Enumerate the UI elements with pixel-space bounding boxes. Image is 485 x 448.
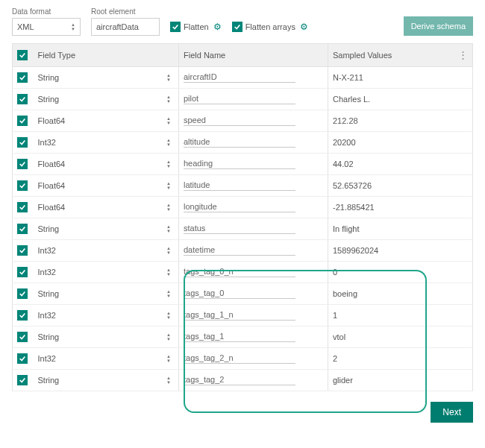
gear-icon[interactable]: ⚙ bbox=[213, 22, 222, 32]
row-checkbox[interactable] bbox=[17, 224, 28, 234]
table-row: String▲▼pilotCharles L. bbox=[13, 89, 473, 110]
root-element-value: aircraftData bbox=[96, 22, 139, 31]
updown-icon[interactable]: ▲▼ bbox=[166, 116, 171, 125]
data-format-value: XML bbox=[17, 22, 34, 31]
field-type: Int32 bbox=[38, 246, 56, 255]
sampled-value: 1 bbox=[333, 311, 337, 320]
row-checkbox[interactable] bbox=[17, 94, 28, 104]
header-field-type[interactable]: Field Type bbox=[34, 44, 179, 67]
sampled-value: 44.02 bbox=[333, 160, 354, 168]
field-name[interactable]: tags_tag_1 bbox=[184, 332, 295, 342]
updown-icon[interactable]: ▲▼ bbox=[166, 95, 171, 104]
sampled-value: -21.885421 bbox=[333, 203, 375, 212]
row-checkbox[interactable] bbox=[17, 180, 28, 191]
field-name[interactable]: datetime bbox=[184, 245, 295, 256]
select-all-checkbox[interactable] bbox=[17, 50, 28, 60]
updown-icon[interactable]: ▲▼ bbox=[166, 332, 171, 341]
field-name[interactable]: tags_tag_1_n bbox=[184, 310, 295, 321]
table-row: Int32▲▼tags_tag_1_n1 bbox=[13, 305, 473, 326]
updown-icon[interactable]: ▲▼ bbox=[166, 289, 171, 298]
updown-icon[interactable]: ▲▼ bbox=[166, 73, 171, 82]
field-type: String bbox=[38, 224, 60, 233]
field-name[interactable]: status bbox=[184, 224, 295, 234]
field-type: String bbox=[38, 332, 60, 341]
sampled-value: N-X-211 bbox=[333, 73, 363, 82]
table-row: String▲▼tags_tag_0boeing bbox=[13, 283, 473, 305]
field-name[interactable]: speed bbox=[184, 116, 295, 126]
field-type: Int32 bbox=[38, 268, 56, 277]
flatten-arrays-checkbox[interactable] bbox=[232, 22, 242, 32]
table-row: Float64▲▼longitude-21.885421 bbox=[13, 197, 473, 218]
row-checkbox[interactable] bbox=[17, 116, 28, 126]
flatten-checkbox[interactable] bbox=[170, 22, 181, 32]
sampled-value: 52.653726 bbox=[333, 181, 372, 190]
table-row: Float64▲▼heading44.02 bbox=[13, 154, 473, 175]
field-name[interactable]: heading bbox=[184, 159, 295, 169]
table-row: String▲▼tags_tag_1vtol bbox=[13, 326, 473, 348]
flatten-label: Flatten bbox=[184, 22, 209, 31]
table-row: Int32▲▼datetime1589962024 bbox=[13, 240, 473, 262]
row-checkbox[interactable] bbox=[17, 159, 28, 169]
table-row: Int32▲▼altitude20200 bbox=[13, 132, 473, 154]
row-checkbox[interactable] bbox=[17, 245, 28, 256]
field-name[interactable]: tags_tag_0_n bbox=[184, 267, 295, 277]
sampled-value: 20200 bbox=[333, 138, 356, 147]
schema-table: Field Type Field Name Sampled Values ⋮ S… bbox=[12, 43, 473, 391]
field-type: Int32 bbox=[38, 311, 56, 320]
field-name[interactable]: pilot bbox=[184, 94, 295, 104]
updown-icon: ▲▼ bbox=[71, 22, 75, 31]
table-row: String▲▼aircraftIDN-X-211 bbox=[13, 67, 473, 89]
row-checkbox[interactable] bbox=[17, 310, 28, 321]
row-checkbox[interactable] bbox=[17, 137, 28, 148]
field-name[interactable]: longitude bbox=[184, 202, 295, 212]
field-name[interactable]: tags_tag_2_n bbox=[184, 353, 295, 364]
gear-icon[interactable]: ⚙ bbox=[300, 22, 308, 32]
field-type: Int32 bbox=[38, 354, 56, 363]
sampled-value: vtol bbox=[333, 332, 345, 341]
row-checkbox[interactable] bbox=[17, 353, 28, 364]
updown-icon[interactable]: ▲▼ bbox=[166, 376, 171, 385]
field-type: String bbox=[38, 376, 60, 385]
row-checkbox[interactable] bbox=[17, 267, 28, 277]
header-field-name[interactable]: Field Name bbox=[179, 44, 328, 67]
table-row: String▲▼tags_tag_2glider bbox=[13, 370, 473, 391]
row-checkbox[interactable] bbox=[17, 288, 28, 299]
updown-icon[interactable]: ▲▼ bbox=[166, 181, 171, 190]
field-name[interactable]: altitude bbox=[184, 137, 295, 148]
updown-icon[interactable]: ▲▼ bbox=[166, 311, 171, 320]
derive-schema-button[interactable]: Derive schema bbox=[404, 16, 473, 36]
root-element-input[interactable]: aircraftData bbox=[91, 18, 160, 36]
updown-icon[interactable]: ▲▼ bbox=[166, 203, 171, 212]
field-type: Float64 bbox=[38, 181, 66, 190]
sampled-value: glider bbox=[333, 376, 353, 385]
sampled-value: 1589962024 bbox=[333, 246, 378, 255]
sampled-value: 0 bbox=[333, 268, 337, 277]
row-checkbox[interactable] bbox=[17, 202, 28, 212]
table-row: Int32▲▼tags_tag_0_n0 bbox=[13, 262, 473, 283]
field-name[interactable]: aircraftID bbox=[184, 72, 295, 83]
kebab-menu-icon[interactable]: ⋮ bbox=[458, 49, 468, 60]
updown-icon[interactable]: ▲▼ bbox=[166, 268, 171, 277]
data-format-select[interactable]: XML ▲▼ bbox=[12, 18, 81, 36]
header-sampled-values[interactable]: Sampled Values bbox=[328, 44, 454, 67]
updown-icon[interactable]: ▲▼ bbox=[166, 160, 171, 168]
field-name[interactable]: latitude bbox=[184, 180, 295, 191]
table-row: Int32▲▼tags_tag_2_n2 bbox=[13, 348, 473, 370]
updown-icon[interactable]: ▲▼ bbox=[166, 354, 171, 363]
updown-icon[interactable]: ▲▼ bbox=[166, 138, 171, 147]
field-name[interactable]: tags_tag_2 bbox=[184, 375, 295, 385]
table-row: Float64▲▼latitude52.653726 bbox=[13, 175, 473, 197]
row-checkbox[interactable] bbox=[17, 332, 28, 342]
table-row: String▲▼statusIn flight bbox=[13, 218, 473, 240]
field-type: String bbox=[38, 289, 60, 298]
row-checkbox[interactable] bbox=[17, 72, 28, 83]
row-checkbox[interactable] bbox=[17, 375, 28, 385]
field-type: String bbox=[38, 95, 60, 104]
sampled-value: Charles L. bbox=[333, 95, 370, 104]
sampled-value: 2 bbox=[333, 354, 337, 363]
updown-icon[interactable]: ▲▼ bbox=[166, 246, 171, 255]
root-element-label: Root element bbox=[91, 7, 160, 16]
field-name[interactable]: tags_tag_0 bbox=[184, 288, 295, 299]
updown-icon[interactable]: ▲▼ bbox=[166, 224, 171, 233]
next-button[interactable]: Next bbox=[431, 402, 473, 423]
